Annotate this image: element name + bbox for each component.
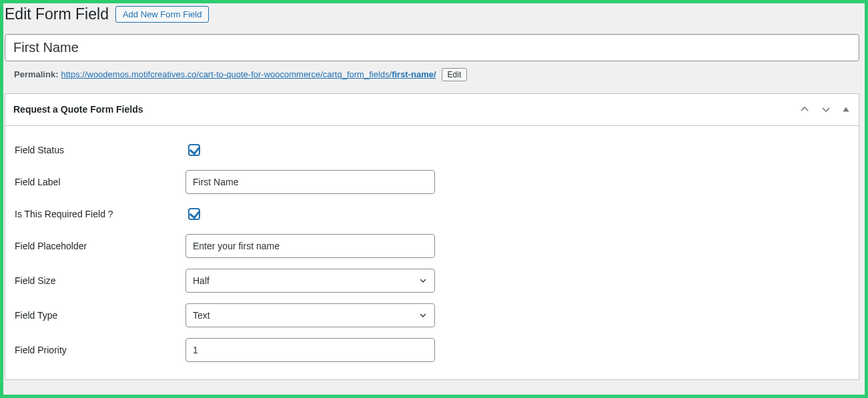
toggle-panel-icon[interactable] — [841, 105, 851, 114]
svg-marker-0 — [843, 107, 849, 112]
permalink-edit-button[interactable]: Edit — [442, 68, 468, 81]
permalink-base: https://woodemos.motifcreatives.co/cart-… — [61, 69, 392, 79]
field-size-label: Field Size — [15, 263, 185, 298]
field-required-label: Is This Required Field ? — [15, 199, 185, 229]
field-type-label: Field Type — [15, 298, 185, 333]
permalink-slug: first-name/ — [392, 69, 436, 79]
field-priority-input[interactable] — [185, 338, 435, 362]
metabox-form-fields: Request a Quote Form Fields — [5, 93, 859, 380]
move-up-icon[interactable] — [799, 103, 811, 115]
field-priority-label: Field Priority — [15, 333, 185, 367]
field-placeholder-label: Field Placeholder — [15, 229, 185, 263]
post-title-input[interactable] — [5, 34, 859, 61]
metabox-title: Request a Quote Form Fields — [13, 104, 143, 115]
field-size-select[interactable]: Half — [185, 269, 435, 293]
field-type-select[interactable]: Text — [185, 303, 435, 327]
field-status-checkbox[interactable] — [188, 144, 200, 156]
permalink-row: Permalink: https://woodemos.motifcreativ… — [5, 61, 859, 93]
field-placeholder-input[interactable] — [185, 234, 435, 258]
page-title: Edit Form Field — [5, 5, 109, 25]
permalink-link[interactable]: https://woodemos.motifcreatives.co/cart-… — [61, 69, 436, 79]
move-down-icon[interactable] — [820, 103, 832, 115]
add-new-button[interactable]: Add New Form Field — [115, 6, 209, 23]
field-label-input[interactable] — [185, 170, 435, 194]
field-required-checkbox[interactable] — [188, 208, 200, 220]
field-status-label: Field Status — [15, 135, 185, 165]
permalink-label: Permalink: — [14, 69, 58, 79]
field-label-label: Field Label — [15, 165, 185, 199]
